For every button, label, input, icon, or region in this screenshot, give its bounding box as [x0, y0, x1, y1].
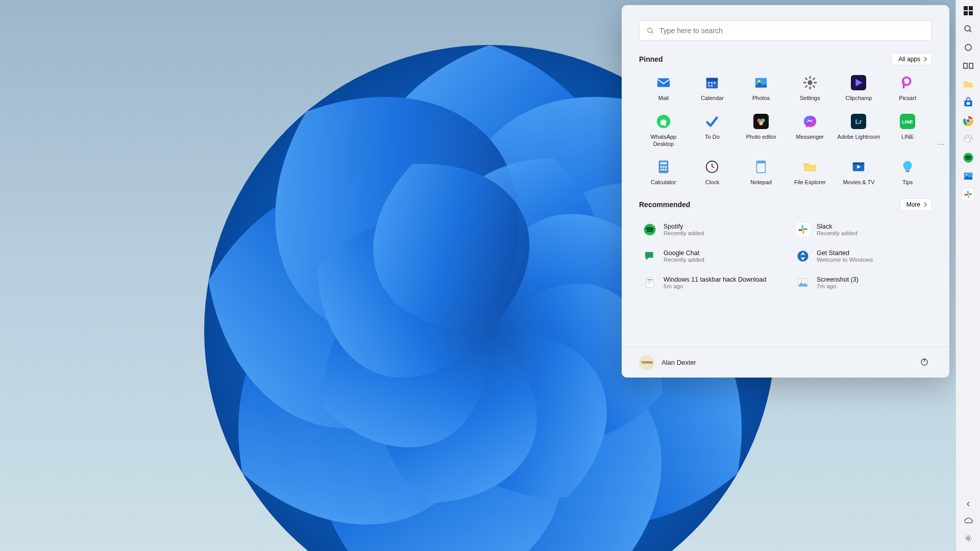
pinned-app-label: File Explorer	[794, 179, 826, 186]
pinned-app-calculator[interactable]: Calculator	[639, 155, 688, 189]
pinned-app-line[interactable]: LINE LINE	[883, 109, 932, 151]
chrome-icon	[963, 115, 974, 129]
recommended-item-slack[interactable]: Slack Recently added	[792, 220, 932, 239]
pinned-app-label: Tips	[902, 179, 913, 186]
pinned-app-todo[interactable]: To Do	[688, 109, 737, 151]
svg-point-85	[967, 136, 969, 138]
svg-point-86	[969, 138, 971, 139]
recommended-item-gchat[interactable]: Google Chat Recently added	[639, 246, 779, 266]
pinned-app-fileexplorer[interactable]: File Explorer	[786, 155, 835, 189]
pinned-app-photoeditor[interactable]: Photo editor	[737, 109, 786, 151]
svg-rect-37	[663, 166, 665, 168]
pinned-app-movies[interactable]: Movies & TV	[835, 155, 884, 189]
image-icon	[795, 275, 811, 290]
getstarted-icon	[795, 248, 811, 264]
slack-icon	[795, 222, 811, 237]
svg-rect-57	[803, 229, 807, 230]
pinned-app-mail[interactable]: Mail	[639, 70, 688, 105]
pinned-app-photos[interactable]: Photos	[737, 70, 786, 105]
pinned-app-messenger[interactable]: Messenger	[786, 109, 835, 151]
svg-rect-94	[968, 195, 969, 198]
svg-point-66	[800, 280, 802, 282]
recommended-item-doc[interactable]: Windows 11 taskbar hack Download 5m ago	[639, 273, 779, 292]
photoeditor-icon	[752, 112, 770, 131]
svg-rect-39	[660, 169, 662, 171]
pinned-app-label: Mail	[658, 95, 669, 102]
pinned-app-label: To Do	[705, 134, 720, 141]
taskbar-store[interactable]	[960, 95, 977, 112]
svg-rect-8	[714, 82, 716, 84]
avatar: TERM	[639, 355, 654, 370]
pinned-overflow-handle[interactable]: ⋮	[937, 141, 945, 148]
pinned-app-label: Calendar	[701, 95, 724, 102]
svg-rect-40	[663, 169, 665, 171]
svg-text:Lr: Lr	[855, 117, 862, 125]
movies-icon	[849, 158, 868, 176]
taskbar-paint[interactable]	[960, 132, 977, 149]
pinned-app-picsart[interactable]: Picsart	[883, 70, 932, 105]
pinned-app-label: Photo editor	[746, 134, 776, 141]
pinned-app-label: Clipchamp	[846, 95, 872, 102]
tray-overflow[interactable]	[960, 498, 977, 511]
taskbar-slack[interactable]	[960, 187, 977, 204]
svg-rect-52	[853, 163, 865, 164]
recommended-item-image[interactable]: Screenshot (3) 7m ago	[792, 273, 932, 292]
search-input[interactable]	[659, 27, 924, 35]
todo-icon	[703, 112, 721, 131]
pinned-app-label: Settings	[800, 95, 820, 102]
taskbar-taskview[interactable]	[960, 58, 977, 76]
pinned-app-tips[interactable]: Tips	[883, 155, 932, 189]
recommended-title: Screenshot (3)	[817, 276, 859, 283]
calendar-icon	[703, 73, 721, 92]
pinned-app-clock[interactable]: Clock	[688, 155, 737, 189]
recommended-item-getstarted[interactable]: Get Started Welcome to Windows	[792, 246, 932, 266]
all-apps-button[interactable]: All apps	[892, 53, 932, 65]
pinned-app-label: Picsart	[899, 95, 916, 102]
paint-icon	[963, 134, 974, 147]
search-box[interactable]	[639, 20, 932, 41]
svg-rect-46	[757, 161, 766, 164]
gchat-icon	[642, 248, 657, 264]
taskbar	[955, 0, 980, 551]
tray-onedrive[interactable]	[960, 515, 977, 529]
photos2-icon	[963, 170, 974, 184]
picsart-icon	[898, 73, 917, 92]
taskbar-photos[interactable]	[960, 168, 977, 186]
recommended-item-spotify[interactable]: Spotify Recently added	[639, 220, 779, 239]
tray-settings[interactable]	[960, 533, 977, 546]
taskbar-file-explorer[interactable]	[960, 77, 977, 94]
taskbar-start[interactable]	[960, 3, 977, 20]
cloud-icon	[964, 517, 973, 527]
power-button[interactable]	[917, 354, 932, 371]
taskbar-search[interactable]	[960, 21, 977, 39]
pinned-app-label: Messenger	[796, 134, 824, 141]
whatsapp-icon	[654, 112, 673, 131]
pinned-app-calendar[interactable]: Calendar	[688, 70, 737, 105]
svg-rect-76	[964, 63, 967, 68]
pinned-app-clipchamp[interactable]: Clipchamp	[835, 70, 884, 105]
photos-icon	[752, 73, 770, 92]
gear-icon	[964, 534, 972, 544]
pinned-app-label: WhatsApp Desktop	[642, 134, 685, 148]
svg-rect-59	[798, 229, 802, 231]
fileexplorer-icon	[801, 158, 819, 176]
taskbar-chrome[interactable]	[960, 113, 977, 131]
svg-rect-7	[712, 82, 713, 84]
svg-line-19	[813, 86, 815, 88]
pinned-app-lightroom[interactable]: Lr Adobe Lightroom	[835, 109, 884, 151]
pinned-app-settings[interactable]: Settings	[786, 70, 835, 105]
svg-rect-93	[968, 193, 972, 195]
more-button[interactable]: More	[900, 198, 932, 211]
recommended-subtitle: Welcome to Windows	[817, 257, 873, 263]
svg-rect-10	[712, 85, 713, 87]
recommended-title: Google Chat	[664, 249, 704, 257]
pinned-app-whatsapp[interactable]: WhatsApp Desktop	[639, 109, 688, 151]
taskbar-spotify[interactable]	[960, 150, 977, 167]
svg-line-18	[805, 78, 807, 80]
svg-rect-71	[964, 11, 968, 15]
user-account-button[interactable]: TERM Alan Dexter	[639, 355, 696, 370]
svg-rect-56	[802, 225, 803, 229]
svg-rect-77	[969, 63, 973, 68]
taskbar-cortana[interactable]	[960, 40, 977, 57]
pinned-app-notepad[interactable]: Notepad	[737, 155, 786, 189]
